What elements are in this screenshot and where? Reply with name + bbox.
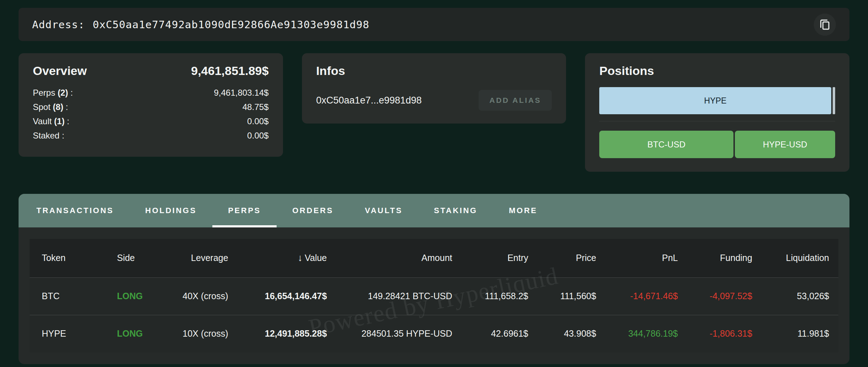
tab-staking[interactable]: STAKING — [418, 194, 493, 227]
cell-leverage: 10X (cross) — [149, 315, 237, 352]
cell-entry: 111,658.2$ — [461, 277, 538, 315]
col-pnl[interactable]: PnL — [605, 239, 687, 277]
positions-card: Positions HYPE BTC-USD HYPE-USD — [585, 53, 849, 172]
sort-desc-icon: ↓ — [298, 252, 303, 263]
col-side[interactable]: Side — [105, 239, 150, 277]
positions-divider — [599, 121, 835, 121]
perps-table: Token Side Leverage ↓Value Amount Entry … — [30, 239, 838, 352]
row-colon: : — [65, 116, 69, 126]
copy-icon — [818, 18, 831, 31]
cell-funding: -1,806.31$ — [687, 315, 761, 352]
address-value: 0xC50aa1e77492ab1090dE92866Ae91303e9981d… — [93, 19, 369, 31]
row-colon: : — [60, 131, 64, 140]
col-leverage[interactable]: Leverage — [149, 239, 237, 277]
cell-pnl: 344,786.19$ — [605, 315, 687, 352]
cell-amount: 149.28421 BTC-USD — [336, 277, 461, 315]
overview-row-perps: Perps (2) : 9,461,803.14$ — [33, 86, 269, 100]
overview-title: Overview — [33, 64, 87, 78]
page: Address: 0xC50aa1e77492ab1090dE92866Ae91… — [0, 0, 868, 367]
cell-side: LONG — [105, 315, 150, 352]
positions-title: Positions — [599, 64, 835, 78]
col-token[interactable]: Token — [30, 239, 105, 277]
infos-title: Infos — [316, 64, 552, 78]
tab-more[interactable]: MORE — [493, 194, 553, 227]
copy-address-button[interactable] — [814, 14, 836, 36]
table-row-btc[interactable]: BTC LONG 40X (cross) 16,654,146.47$ 149.… — [30, 277, 838, 315]
overview-card: Overview 9,461,851.89$ Perps (2) : 9,461… — [19, 53, 283, 157]
row-colon: : — [63, 102, 68, 112]
row-value: 9,461,803.14$ — [214, 88, 268, 98]
overview-row-vault: Vault (1) : 0.00$ — [33, 114, 269, 129]
cell-liquidation: 11.981$ — [762, 315, 838, 352]
overview-total: 9,461,851.89$ — [191, 64, 268, 78]
cell-value: 12,491,885.28$ — [237, 315, 336, 352]
tab-perps[interactable]: PERPS — [212, 194, 277, 227]
details-section: TRANSACTIONS HOLDINGS PERPS ORDERS VAULT… — [19, 194, 849, 364]
perp-positions-bar: BTC-USD HYPE-USD — [599, 131, 835, 158]
tab-transactions[interactable]: TRANSACTIONS — [21, 194, 130, 227]
cell-value: 16,654,146.47$ — [237, 277, 336, 315]
cell-entry: 42.6961$ — [461, 315, 538, 352]
row-value: 48.75$ — [242, 102, 268, 112]
col-value[interactable]: ↓Value — [237, 239, 336, 277]
row-count: (1) — [54, 116, 65, 126]
spot-segment-hype[interactable]: HYPE — [599, 87, 831, 114]
table-header-row: Token Side Leverage ↓Value Amount Entry … — [30, 239, 838, 277]
perp-segment-hype-usd[interactable]: HYPE-USD — [735, 131, 835, 158]
infos-card: Infos 0xC50aa1e7...e9981d98 ADD ALIAS — [302, 53, 566, 124]
cell-amount: 284501.35 HYPE-USD — [336, 315, 461, 352]
spot-positions-bar: HYPE — [599, 87, 835, 114]
tab-orders[interactable]: ORDERS — [277, 194, 349, 227]
summary-cards: Overview 9,461,851.89$ Perps (2) : 9,461… — [19, 53, 849, 172]
tab-vaults[interactable]: VAULTS — [349, 194, 418, 227]
cell-leverage: 40X (cross) — [149, 277, 237, 315]
col-amount[interactable]: Amount — [336, 239, 461, 277]
cell-price: 111,560$ — [538, 277, 605, 315]
col-funding[interactable]: Funding — [687, 239, 761, 277]
overview-rows: Perps (2) : 9,461,803.14$ Spot (8) : 48.… — [33, 86, 269, 143]
row-label: Staked — [33, 131, 60, 140]
perps-panel: Token Side Leverage ↓Value Amount Entry … — [19, 227, 849, 352]
row-label: Vault — [33, 116, 52, 126]
col-value-label: Value — [305, 253, 327, 263]
row-label: Perps — [33, 88, 55, 97]
perp-segment-btc-usd[interactable]: BTC-USD — [599, 131, 733, 158]
tab-bar: TRANSACTIONS HOLDINGS PERPS ORDERS VAULT… — [19, 194, 849, 227]
address-label: Address: — [32, 19, 85, 31]
col-price[interactable]: Price — [538, 239, 605, 277]
row-count: (2) — [57, 88, 68, 97]
col-entry[interactable]: Entry — [461, 239, 538, 277]
spot-segment-other[interactable] — [833, 87, 835, 114]
add-alias-button[interactable]: ADD ALIAS — [479, 90, 552, 111]
overview-row-staked: Staked : 0.00$ — [33, 129, 269, 143]
address-bar: Address: 0xC50aa1e77492ab1090dE92866Ae91… — [19, 8, 849, 41]
overview-row-spot: Spot (8) : 48.75$ — [33, 100, 269, 114]
cell-price: 43.908$ — [538, 315, 605, 352]
cell-funding: -4,097.52$ — [687, 277, 761, 315]
row-value: 0.00$ — [247, 116, 269, 126]
cell-token: HYPE — [30, 315, 105, 352]
short-address: 0xC50aa1e7...e9981d98 — [316, 95, 422, 106]
cell-token: BTC — [30, 277, 105, 315]
table-row-hype[interactable]: HYPE LONG 10X (cross) 12,491,885.28$ 284… — [30, 315, 838, 352]
row-label: Spot — [33, 102, 50, 112]
row-colon: : — [68, 88, 73, 97]
tab-holdings[interactable]: HOLDINGS — [130, 194, 212, 227]
cell-liquidation: 53,026$ — [762, 277, 838, 315]
cell-pnl: -14,671.46$ — [605, 277, 687, 315]
row-value: 0.00$ — [247, 131, 269, 141]
col-liquidation[interactable]: Liquidation — [762, 239, 838, 277]
cell-side: LONG — [105, 277, 150, 315]
row-count: (8) — [53, 102, 63, 112]
